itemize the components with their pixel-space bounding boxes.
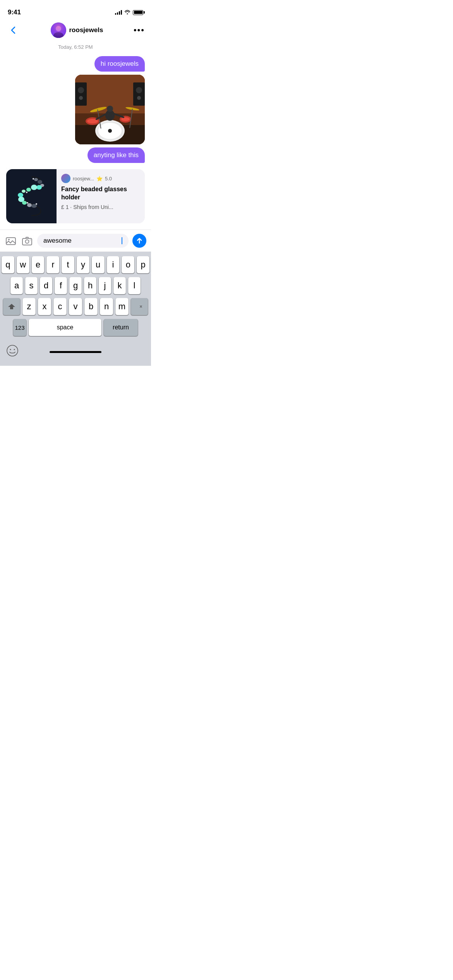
key-f[interactable]: f <box>55 277 67 294</box>
svg-point-35 <box>36 185 42 190</box>
necklace-image <box>6 169 57 223</box>
svg-point-32 <box>34 178 38 181</box>
rating-value: 5.0 <box>105 176 112 182</box>
key-x[interactable]: x <box>38 298 51 315</box>
svg-point-39 <box>18 193 23 197</box>
drum-image: C <box>75 75 145 144</box>
input-text: awesome <box>43 237 121 245</box>
svg-point-37 <box>26 188 31 192</box>
svg-point-54 <box>10 349 11 350</box>
status-icons <box>115 9 143 16</box>
key-i[interactable]: i <box>107 256 120 273</box>
status-bar: 9:41 <box>0 0 151 19</box>
svg-point-44 <box>33 178 34 180</box>
key-n[interactable]: n <box>100 298 113 315</box>
text-cursor <box>122 237 122 244</box>
product-price: £ 1 · Ships from Uni... <box>61 204 140 210</box>
chat-area: Today, 6:52 PM hi roosjewels <box>0 43 151 226</box>
key-e[interactable]: e <box>32 256 45 273</box>
camera-button[interactable] <box>21 235 33 247</box>
sent-bubble: anyting like this <box>88 147 145 163</box>
key-b[interactable]: b <box>84 298 98 315</box>
key-d[interactable]: d <box>40 277 52 294</box>
key-k[interactable]: k <box>113 277 126 294</box>
backspace-key[interactable] <box>131 298 148 315</box>
svg-point-51 <box>26 240 29 243</box>
svg-point-3 <box>51 22 66 38</box>
shift-key[interactable] <box>3 298 20 315</box>
gallery-button[interactable] <box>5 235 17 247</box>
product-image <box>6 169 57 223</box>
key-o[interactable]: o <box>122 256 134 273</box>
svg-point-12 <box>108 129 112 133</box>
home-indicator <box>50 351 101 353</box>
key-q[interactable]: q <box>2 256 14 273</box>
nav-profile[interactable]: roosjewels <box>51 22 103 38</box>
svg-rect-48 <box>6 238 15 245</box>
svg-rect-25 <box>75 82 87 106</box>
svg-point-41 <box>22 201 27 205</box>
more-button[interactable]: ••• <box>134 25 145 35</box>
bottom-bar <box>0 341 151 366</box>
space-key[interactable]: space <box>29 319 101 336</box>
key-y[interactable]: y <box>77 256 89 273</box>
svg-point-16 <box>121 117 130 121</box>
key-h[interactable]: h <box>84 277 96 294</box>
seller-row: roosjew... ⭐ 5.0 <box>61 174 140 183</box>
message-row: C <box>6 75 145 144</box>
numbers-key[interactable]: 123 <box>13 319 26 336</box>
message-row: hi roosjewels <box>6 56 145 72</box>
key-r[interactable]: r <box>46 256 59 273</box>
key-a[interactable]: a <box>10 277 23 294</box>
product-card[interactable]: roosjew... ⭐ 5.0 Fancy beaded glasses ho… <box>6 169 145 223</box>
svg-point-30 <box>137 96 141 100</box>
key-c[interactable]: c <box>53 298 67 315</box>
svg-point-47 <box>36 203 37 205</box>
svg-point-29 <box>136 87 142 93</box>
key-p[interactable]: p <box>137 256 149 273</box>
emoji-button[interactable] <box>6 344 19 360</box>
keyboard-row-2: a s d f g h j k l <box>2 277 149 294</box>
svg-point-36 <box>31 185 37 190</box>
key-v[interactable]: v <box>69 298 82 315</box>
send-button[interactable] <box>132 234 146 248</box>
return-key[interactable]: return <box>104 319 138 336</box>
seller-name: roosjew... <box>73 176 94 182</box>
nav-header: roosjewels ••• <box>0 19 151 43</box>
nav-username: roosjewels <box>69 26 103 34</box>
status-time: 9:41 <box>8 9 21 16</box>
svg-point-42 <box>27 203 32 207</box>
message-input[interactable]: awesome <box>37 234 129 248</box>
svg-point-49 <box>8 239 10 240</box>
back-button[interactable] <box>6 23 20 37</box>
svg-point-52 <box>30 240 31 240</box>
svg-point-53 <box>7 345 18 356</box>
svg-point-45 <box>26 192 27 193</box>
key-j[interactable]: j <box>99 277 111 294</box>
product-title: Fancy beaded glasses holder <box>61 185 140 202</box>
sent-bubble: hi roosjewels <box>94 56 145 72</box>
avatar <box>51 22 66 38</box>
chat-timestamp: Today, 6:52 PM <box>6 44 145 50</box>
key-g[interactable]: g <box>69 277 82 294</box>
svg-point-55 <box>14 349 15 350</box>
key-l[interactable]: l <box>128 277 141 294</box>
svg-point-33 <box>38 180 42 184</box>
keyboard-row-3: z x c v b n m <box>2 298 149 315</box>
input-area: awesome <box>0 230 151 252</box>
key-s[interactable]: s <box>25 277 38 294</box>
product-info: roosjew... ⭐ 5.0 Fancy beaded glasses ho… <box>57 169 145 223</box>
key-w[interactable]: w <box>17 256 29 273</box>
key-z[interactable]: z <box>22 298 36 315</box>
svg-point-22 <box>107 106 113 112</box>
key-t[interactable]: t <box>62 256 74 273</box>
wifi-icon <box>124 9 130 16</box>
rating-star: ⭐ <box>96 176 103 182</box>
svg-point-28 <box>79 96 83 100</box>
sent-image: C <box>75 75 145 144</box>
keyboard: q w e r t y u i o p a s d f g h j k l z … <box>0 252 151 341</box>
keyboard-row-4: 123 space return <box>2 319 149 336</box>
key-m[interactable]: m <box>115 298 129 315</box>
svg-rect-26 <box>133 82 145 106</box>
key-u[interactable]: u <box>92 256 105 273</box>
